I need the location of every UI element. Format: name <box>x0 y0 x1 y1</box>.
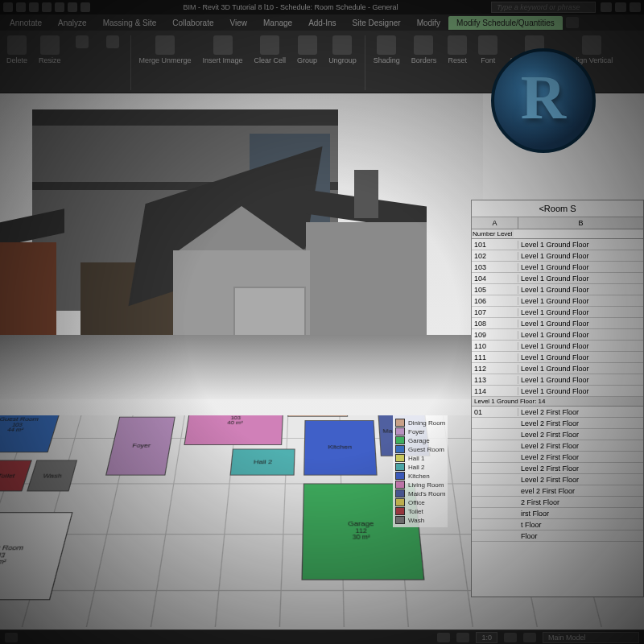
qat-icon[interactable] <box>29 2 39 12</box>
schedule-row[interactable]: Level 2 First Floor <box>472 474 643 485</box>
col-level-header[interactable]: Level <box>496 229 513 238</box>
legend-item: Hall 1 <box>395 454 445 462</box>
schedule-header: Number Level <box>472 229 643 239</box>
reset-button[interactable]: Reset <box>443 34 472 66</box>
main-model-field[interactable]: Main Model <box>543 632 639 643</box>
tab-addins[interactable]: Add-Ins <box>300 16 344 30</box>
schedule-row[interactable]: Level 2 First Floor <box>472 452 643 463</box>
schedule-row[interactable]: 112Level 1 Ground Floor <box>472 363 643 374</box>
resize-button[interactable]: Resize <box>34 34 66 66</box>
editable-only-icon[interactable] <box>456 633 469 642</box>
schedule-row[interactable]: 01Level 2 First Floor <box>472 407 643 418</box>
schedule-row[interactable]: Level 2 First Floor <box>472 463 643 474</box>
col-b-letter[interactable]: B <box>518 217 643 229</box>
schedule-row[interactable]: 111Level 1 Ground Floor <box>472 352 643 363</box>
schedule-row[interactable]: 108Level 1 Ground Floor <box>472 318 643 329</box>
schedule-row[interactable]: 105Level 1 Ground Floor <box>472 284 643 295</box>
filter-icon[interactable] <box>504 633 517 642</box>
tab-site-designer[interactable]: Site Designer <box>345 16 409 30</box>
hide-button[interactable] <box>68 34 97 50</box>
schedule-row[interactable]: 2 First Floor <box>472 497 643 508</box>
legend-item: Wash <box>395 516 445 524</box>
schedule-row[interactable]: 110Level 1 Ground Floor <box>472 341 643 352</box>
ungroup-icon <box>332 35 352 55</box>
schedule-row[interactable]: Level 2 First Floor <box>472 429 643 440</box>
legend-item: Garage <box>395 436 445 444</box>
legend-item: Living Room <box>395 481 445 489</box>
title-right-icons <box>601 2 641 12</box>
model-icon[interactable] <box>523 633 536 642</box>
schedule-row[interactable]: 107Level 1 Ground Floor <box>472 307 643 318</box>
shading-icon <box>377 35 396 55</box>
room-wash[interactable]: Wash <box>27 460 77 491</box>
legend-item: Dining Room <box>395 419 445 427</box>
schedule-row[interactable]: 102Level 1 Ground Floor <box>472 250 643 262</box>
infocenter-icon[interactable] <box>601 2 612 12</box>
schedule-row[interactable]: 114Level 1 Ground Floor <box>472 386 643 397</box>
signin-icon[interactable] <box>615 2 626 12</box>
legend-item: Office <box>395 498 445 506</box>
qat-icon[interactable] <box>16 2 26 12</box>
qat-icon[interactable] <box>55 2 64 12</box>
hide-icon <box>76 35 89 48</box>
schedule-row[interactable]: Level 2 First Floor <box>472 418 643 429</box>
resize-icon <box>40 35 60 55</box>
title-bar: BIM - Revit 3D Tutorial 8 l10 - Schedule… <box>0 0 644 14</box>
worksets-icon[interactable] <box>437 633 450 642</box>
scale-field[interactable]: 1:0 <box>476 632 497 643</box>
delete-button[interactable]: Delete <box>2 34 32 66</box>
borders-button[interactable]: Borders <box>407 34 442 66</box>
qat-icon[interactable] <box>68 2 77 12</box>
search-input[interactable] <box>491 2 596 13</box>
tab-collaborate[interactable]: Collaborate <box>164 16 221 30</box>
schedule-row[interactable]: 106Level 1 Ground Floor <box>472 295 643 307</box>
schedule-row[interactable]: 103Level 1 Ground Floor <box>472 262 643 273</box>
shading-button[interactable]: Shading <box>369 34 405 66</box>
tab-modify-schedule[interactable]: Modify Schedule/Quantities <box>448 16 563 30</box>
status-icon[interactable] <box>5 633 18 642</box>
align-v-icon <box>582 35 601 55</box>
merge-unmerge-button[interactable]: Merge Unmerge <box>134 34 196 66</box>
tab-manage[interactable]: Manage <box>255 16 300 30</box>
schedule-row[interactable]: Level 2 First Floor <box>472 440 643 452</box>
col-a-letter[interactable]: A <box>472 217 518 229</box>
schedule-row[interactable]: irst Floor <box>472 508 643 519</box>
room-kitchen[interactable]: Kitchen <box>303 420 378 476</box>
clear-cell-button[interactable]: Clear Cell <box>250 34 291 66</box>
qat-icon[interactable] <box>80 2 90 12</box>
legend-item: Toilet <box>395 507 445 515</box>
tab-overflow-icon[interactable] <box>566 17 579 28</box>
tab-massing-site[interactable]: Massing & Site <box>95 16 165 30</box>
font-button[interactable]: Font <box>473 34 502 66</box>
schedule-row[interactable]: t Floor <box>472 519 643 530</box>
borders-icon <box>414 35 433 55</box>
qat-icon[interactable] <box>42 2 52 12</box>
viewport[interactable]: Guest Room10344 m²OfficeToiletWashFoyerL… <box>0 93 644 630</box>
legend-item: Kitchen <box>395 472 445 480</box>
col-number-header[interactable]: Number <box>472 229 496 238</box>
window-title: BIM - Revit 3D Tutorial 8 l10 - Schedule… <box>95 3 486 11</box>
schedule-row[interactable]: 113Level 1 Ground Floor <box>472 374 643 386</box>
house-3d-render <box>0 93 483 415</box>
help-icon[interactable] <box>630 2 641 12</box>
qat-icon[interactable] <box>3 2 13 12</box>
group-button[interactable]: Group <box>292 34 322 66</box>
schedule-row[interactable]: 101Level 1 Ground Floor <box>472 239 643 250</box>
tab-analyze[interactable]: Analyze <box>50 16 95 30</box>
ribbon-separator <box>130 35 131 90</box>
schedule-row[interactable]: Floor <box>472 530 643 542</box>
schedule-row[interactable]: 104Level 1 Ground Floor <box>472 273 643 284</box>
schedule-row[interactable]: evel 2 First Floor <box>472 485 643 497</box>
room-hall-2[interactable]: Hall 2 <box>230 449 295 476</box>
tab-annotate[interactable]: Annotate <box>2 16 50 30</box>
schedule-row[interactable]: 109Level 1 Ground Floor <box>472 329 643 341</box>
tab-modify[interactable]: Modify <box>409 16 448 30</box>
schedule-panel[interactable]: <Room S A B Number Level 101Level 1 Grou… <box>471 200 644 597</box>
insert-image-button[interactable]: Insert Image <box>198 34 248 66</box>
ungroup-button[interactable]: Ungroup <box>324 34 361 66</box>
schedule-rows: 101Level 1 Ground Floor102Level 1 Ground… <box>472 239 643 542</box>
ribbon-separator <box>365 35 365 90</box>
tab-view[interactable]: View <box>221 16 255 30</box>
unhide-button[interactable] <box>98 34 127 50</box>
unhide-icon <box>106 35 119 48</box>
